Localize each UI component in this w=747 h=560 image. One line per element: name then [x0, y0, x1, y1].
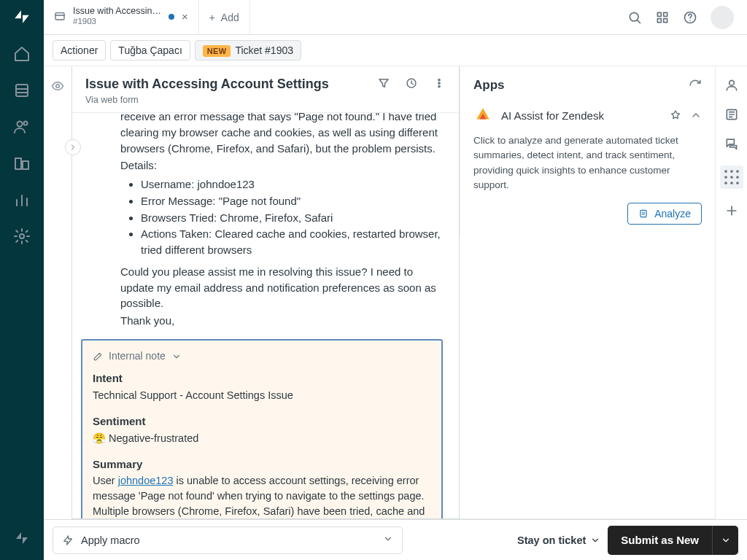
- chevron-down-icon[interactable]: [171, 351, 182, 361]
- chevron-down-icon: [383, 534, 393, 546]
- svg-point-32: [729, 80, 734, 85]
- tab-bar: Issue with Accessin… #1903 × + Add: [44, 0, 747, 35]
- detail-username: Username: johndoe123: [141, 176, 446, 192]
- refresh-apps-icon[interactable]: [689, 79, 702, 92]
- svg-rect-5: [15, 158, 21, 169]
- note-intent-heading: Intent: [93, 370, 431, 386]
- tab-ticket-1903[interactable]: Issue with Accessin… #1903 ×: [44, 0, 199, 34]
- tab-title: Issue with Accessin…: [73, 6, 161, 17]
- more-options-icon[interactable]: [433, 77, 446, 90]
- pin-icon[interactable]: [670, 109, 681, 121]
- analyze-icon: [638, 209, 649, 219]
- events-icon[interactable]: [405, 77, 418, 90]
- svg-point-25: [438, 85, 440, 87]
- unsaved-dot-icon: [169, 14, 174, 20]
- conversations-icon[interactable]: [724, 136, 739, 151]
- tab-subtitle: #1903: [73, 17, 161, 27]
- add-tab-label: Add: [221, 12, 239, 23]
- analyze-label: Analyze: [654, 208, 691, 219]
- svg-rect-18: [664, 18, 667, 22]
- svg-point-38: [730, 170, 733, 173]
- svg-point-24: [438, 82, 440, 84]
- svg-rect-11: [55, 12, 64, 19]
- crumb-requester[interactable]: Tuğba Çapacı: [110, 40, 190, 61]
- ticket-title: Issue with Accessing Account Settings: [85, 77, 377, 92]
- macro-icon: [62, 534, 74, 546]
- collapse-icon[interactable]: [690, 109, 702, 121]
- ticket-icon: [54, 11, 66, 23]
- note-type-label[interactable]: Internal note: [109, 349, 166, 363]
- apps-heading: Apps: [473, 78, 689, 93]
- user-avatar[interactable]: [711, 6, 734, 29]
- views-icon[interactable]: [13, 82, 31, 99]
- svg-point-43: [724, 182, 727, 184]
- zendesk-products-icon[interactable]: [13, 529, 31, 547]
- user-context-icon[interactable]: [724, 78, 739, 93]
- apps-grid-icon[interactable]: [655, 10, 670, 25]
- msg-details-label: Details:: [120, 158, 446, 174]
- ticket-message: receive an error message that says "Page…: [120, 113, 446, 329]
- macro-label: Apply macro: [81, 534, 140, 546]
- crumb-actioner[interactable]: Actioner: [53, 40, 106, 61]
- submit-button[interactable]: Submit as New: [608, 526, 712, 555]
- context-rail: [715, 66, 747, 519]
- knowledge-icon[interactable]: [724, 107, 739, 122]
- svg-point-42: [736, 176, 739, 179]
- svg-rect-17: [657, 18, 661, 22]
- detail-actions: Actions Taken: Cleared cache and cookies…: [141, 226, 446, 258]
- svg-point-3: [18, 122, 23, 127]
- svg-line-14: [637, 20, 640, 23]
- admin-icon[interactable]: [13, 228, 31, 245]
- zendesk-logo-icon[interactable]: [12, 7, 31, 26]
- svg-rect-16: [664, 12, 667, 16]
- stay-label: Stay on ticket: [517, 534, 586, 546]
- msg-line: receive an error message that says "Page…: [120, 113, 446, 156]
- note-summary-heading: Summary: [93, 456, 431, 472]
- msg-thanks: Thank you,: [120, 313, 446, 329]
- filter-icon[interactable]: [377, 77, 390, 90]
- app-name[interactable]: AI Assist for Zendesk: [501, 109, 661, 122]
- home-icon[interactable]: [13, 45, 31, 63]
- reporting-icon[interactable]: [13, 191, 31, 209]
- ticket-panel: Issue with Accessing Account Settings Vi…: [71, 66, 460, 519]
- svg-point-39: [736, 170, 739, 173]
- svg-point-41: [730, 176, 733, 179]
- svg-rect-6: [23, 161, 28, 169]
- crumb-ticket-label: Ticket #1903: [235, 44, 293, 56]
- note-sentiment-heading: Sentiment: [93, 413, 431, 429]
- apps-panel-wrap: Apps AI Assist for Zendesk Click to anal…: [460, 66, 715, 519]
- organizations-icon[interactable]: [13, 155, 31, 172]
- svg-rect-15: [657, 12, 661, 16]
- note-user-link[interactable]: johndoe123: [118, 475, 174, 486]
- submit-dropdown[interactable]: [712, 526, 738, 555]
- svg-point-21: [56, 85, 60, 88]
- visibility-icon[interactable]: [51, 79, 64, 93]
- svg-rect-0: [16, 85, 28, 96]
- apps-rail-icon[interactable]: [720, 166, 743, 189]
- ticket-via: Via web form: [85, 95, 377, 105]
- analyze-button[interactable]: Analyze: [627, 203, 702, 225]
- internal-note-editor[interactable]: Internal note Intent Technical Support -…: [81, 339, 443, 518]
- note-sentiment: 😤 Negative-frustrated: [93, 431, 431, 446]
- app-description: Click to analyze and generate automated …: [473, 133, 702, 192]
- svg-point-45: [736, 182, 739, 184]
- chevron-down-icon: [590, 535, 600, 545]
- help-icon[interactable]: [683, 10, 697, 25]
- svg-point-4: [24, 122, 28, 125]
- add-tab[interactable]: + Add: [199, 0, 250, 34]
- note-intent: Technical Support - Account Settings Iss…: [93, 388, 431, 403]
- customers-icon[interactable]: [13, 118, 31, 136]
- note-summary: User johndoe123 is unable to access acco…: [93, 473, 431, 518]
- svg-point-44: [730, 182, 733, 184]
- apply-macro[interactable]: Apply macro: [53, 526, 403, 554]
- search-icon[interactable]: [627, 10, 642, 25]
- apps-panel: Apps AI Assist for Zendesk Click to anal…: [460, 66, 715, 236]
- breadcrumb: Actioner Tuğba Çapacı NEWTicket #1903: [44, 35, 747, 66]
- svg-point-10: [20, 234, 24, 238]
- stay-on-ticket[interactable]: Stay on ticket: [517, 534, 600, 546]
- status-new-pill: NEW: [203, 45, 231, 57]
- crumb-ticket[interactable]: NEWTicket #1903: [195, 40, 301, 61]
- compose-icon: [93, 351, 103, 361]
- add-app-icon[interactable]: [724, 203, 739, 218]
- close-tab-icon[interactable]: ×: [182, 11, 188, 22]
